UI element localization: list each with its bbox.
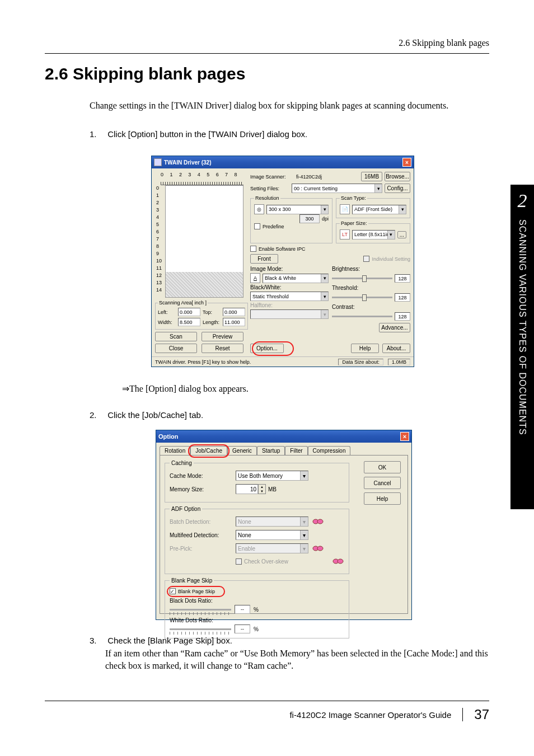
step-3: 3. Check the [Blank Page Skip] box. If a…	[90, 636, 489, 673]
setting-files-combo[interactable]: 00 : Current Setting ▾	[292, 184, 382, 193]
ruler-v-tick: 13	[155, 280, 165, 287]
close-button[interactable]: Close	[155, 344, 197, 353]
threshold-value: 128	[395, 293, 410, 302]
memory-size-spinner[interactable]: ▲▼	[258, 484, 266, 494]
twain-title: TWAIN Driver (32)	[164, 159, 211, 166]
ruler-h-tick: 7	[225, 172, 234, 182]
image-mode-combo[interactable]: Black & White ▾	[263, 274, 329, 283]
paper-size-combo[interactable]: Letter (8.5x11in) ▾	[352, 230, 395, 240]
flower-icon	[312, 517, 324, 526]
ruler-h-tick: 6	[216, 172, 225, 182]
step-1: 1. Click [Option] button in the [TWAIN D…	[90, 129, 489, 139]
blank-page-skip-group: Blank Page Skip ✓ Blank Page Skip Black …	[165, 577, 349, 638]
ruler-h-tick: 5	[207, 172, 216, 182]
setting-files-label: Setting Files:	[250, 186, 289, 191]
bw-combo[interactable]: Static Threshold ▾	[250, 292, 329, 301]
tab-generic[interactable]: Generic	[227, 446, 257, 455]
step-3-number: 3.	[90, 636, 105, 645]
setting-files-value: 00 : Current Setting	[294, 186, 338, 191]
reset-button[interactable]: Reset	[202, 344, 243, 353]
image-scanner-value: fi-4120C2dj	[296, 174, 359, 180]
resolution-group: Resolution ◎ 300 x 300 ▾ 300 dpi	[250, 195, 332, 243]
preview-button[interactable]: Preview	[202, 332, 243, 341]
tabs: Rotation Job/Cache Generic Startup Filte…	[156, 443, 411, 455]
memory-size-label: Memory Size:	[170, 486, 236, 492]
ruler-v-tick: 8	[155, 243, 165, 251]
cache-mode-combo[interactable]: Use Both Memory ▾	[236, 471, 308, 481]
prepick-label: Pre-Pick:	[170, 546, 236, 552]
cache-mode-label: Cache Mode:	[170, 473, 236, 479]
caching-group: Caching Cache Mode: Use Both Memory ▾ Me…	[165, 460, 349, 503]
about-button[interactable]: About...	[382, 344, 410, 353]
resolution-spinner[interactable]: 300	[299, 214, 320, 223]
top-input[interactable]	[223, 308, 245, 316]
left-input[interactable]	[178, 308, 200, 316]
memory-badge: 16MB	[361, 172, 382, 181]
advance-button[interactable]: Advance...	[379, 323, 410, 332]
scan-type-combo[interactable]: ADF (Front Side) ▾	[352, 205, 406, 214]
scan-button[interactable]: Scan	[155, 332, 197, 341]
batch-detection-value: None	[238, 519, 251, 525]
paper-size-more-button[interactable]: ...	[397, 231, 406, 238]
ok-button[interactable]: OK	[364, 461, 401, 473]
svg-point-1	[317, 519, 323, 524]
cancel-button[interactable]: Cancel	[364, 477, 401, 489]
resolution-combo[interactable]: 300 x 300 ▾	[266, 205, 329, 214]
browse-button[interactable]: Browse...	[385, 172, 410, 181]
scan-type-legend: Scan Type:	[340, 195, 367, 201]
svg-point-5	[338, 559, 343, 564]
enable-ipc-checkbox[interactable]	[250, 246, 256, 252]
scan-type-value: ADF (Front Side)	[354, 206, 392, 212]
ruler-h-tick: 4	[198, 172, 207, 182]
brightness-slider[interactable]	[332, 278, 392, 279]
tab-rotation[interactable]: Rotation	[160, 446, 190, 455]
width-input[interactable]	[178, 318, 200, 326]
close-icon[interactable]: ×	[402, 158, 411, 167]
paper-size-group: Paper Size: LT Letter (8.5x11in) ▾ ...	[336, 220, 410, 243]
ruler-v-tick: 3	[155, 207, 165, 214]
black-dots-value: --	[235, 605, 250, 614]
threshold-slider[interactable]	[332, 297, 392, 298]
blank-page-skip-checkbox[interactable]: ✓	[170, 588, 176, 594]
paper-size-legend: Paper Size:	[340, 220, 368, 226]
config-button[interactable]: Config...	[385, 184, 410, 193]
tab-startup[interactable]: Startup	[257, 446, 285, 455]
step-2: 2. Click the [Job/Cache] tab.	[90, 410, 489, 420]
contrast-label: Contrast:	[332, 304, 410, 310]
preview-page[interactable]	[165, 185, 243, 298]
header-rule	[45, 53, 489, 54]
result-text: ⇒The [Option] dialog box appears.	[122, 383, 249, 394]
tab-filter[interactable]: Filter	[285, 446, 307, 455]
black-dots-label: Black Dots Ratio:	[170, 598, 344, 604]
svg-point-3	[317, 546, 323, 551]
twain-driver-dialog: TWAIN Driver (32) × 0 1 2 3 4 5 6 7 8 0 …	[151, 156, 414, 367]
paper-size-icon: LT	[340, 229, 350, 240]
tab-job-cache-label: Job/Cache	[195, 448, 222, 454]
close-icon[interactable]: ×	[400, 432, 409, 441]
front-button[interactable]: Front	[250, 254, 278, 264]
length-input[interactable]	[223, 318, 245, 326]
memory-size-value[interactable]: 10	[236, 484, 258, 494]
chevron-down-icon: ▾	[300, 530, 308, 539]
help-button[interactable]: Help	[364, 492, 401, 505]
ruler-v-tick: 9	[155, 251, 165, 258]
predefine-checkbox[interactable]	[254, 223, 260, 229]
tab-compression[interactable]: Compression	[308, 446, 351, 455]
step-1-text: Click [Option] button in the [TWAIN Driv…	[107, 129, 307, 139]
status-data-size-label: Data Size about:	[338, 359, 383, 365]
multifeed-combo[interactable]: None ▾	[236, 530, 308, 540]
resolution-legend: Resolution	[254, 195, 280, 201]
white-dots-slider[interactable]	[170, 628, 231, 630]
chapter-title-vertical: SCANNING VARIOUS TYPES OF DOCUMENTS	[517, 219, 527, 435]
ruler-v-tick: 10	[155, 258, 165, 265]
ruler-h-tick: 1	[170, 172, 179, 182]
ruler-v-tick: 14	[155, 287, 165, 294]
chapter-side-tab: 2 SCANNING VARIOUS TYPES OF DOCUMENTS	[510, 185, 534, 509]
ruler-horizontal: 0 1 2 3 4 5 6 7 8	[155, 172, 243, 182]
tab-job-cache[interactable]: Job/Cache	[190, 446, 227, 455]
help-button[interactable]: Help	[351, 344, 379, 353]
footer-rule	[45, 701, 489, 701]
step-2-text: Click the [Job/Cache] tab.	[107, 410, 203, 420]
black-dots-slider[interactable]	[170, 609, 231, 611]
status-help-text: TWAIN driver. Press [F1] key to show hel…	[155, 359, 251, 365]
